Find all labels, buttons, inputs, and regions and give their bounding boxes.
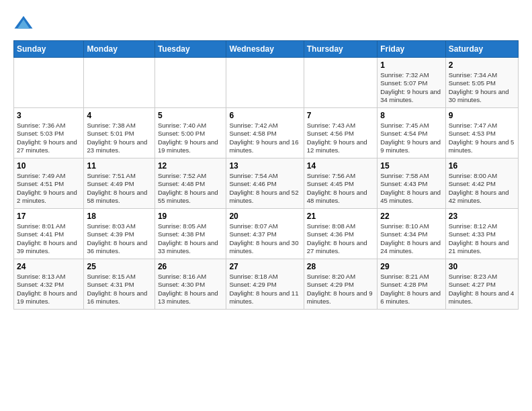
- day-number: 22: [380, 212, 442, 221]
- day-info: Sunrise: 7:40 AMSunset: 5:00 PMDaylight:…: [158, 122, 224, 154]
- day-number: 6: [229, 111, 300, 120]
- day-info: Sunrise: 8:01 AMSunset: 4:41 PMDaylight:…: [17, 222, 81, 255]
- day-cell: 26Sunrise: 8:16 AMSunset: 4:30 PMDayligh…: [154, 259, 226, 310]
- week-row-2: 3Sunrise: 7:36 AMSunset: 5:03 PMDaylight…: [14, 108, 519, 158]
- day-info: Sunrise: 8:20 AMSunset: 4:29 PMDaylight:…: [307, 273, 374, 306]
- day-number: 30: [449, 262, 515, 271]
- day-cell: 7Sunrise: 7:43 AMSunset: 4:56 PMDaylight…: [304, 108, 377, 158]
- day-info: Sunrise: 8:16 AMSunset: 4:30 PMDaylight:…: [158, 273, 224, 306]
- day-cell: 15Sunrise: 7:58 AMSunset: 4:43 PMDayligh…: [378, 158, 445, 209]
- day-cell: 8Sunrise: 7:45 AMSunset: 4:54 PMDaylight…: [378, 108, 445, 158]
- day-info: Sunrise: 7:54 AMSunset: 4:46 PMDaylight:…: [229, 172, 300, 205]
- calendar-header-row: SundayMondayTuesdayWednesdayThursdayFrid…: [14, 41, 519, 58]
- day-number: 2: [449, 60, 515, 70]
- day-cell: 14Sunrise: 7:56 AMSunset: 4:45 PMDayligh…: [304, 158, 377, 209]
- day-number: 19: [158, 212, 224, 221]
- logo: [13, 13, 36, 34]
- day-cell: 27Sunrise: 8:18 AMSunset: 4:29 PMDayligh…: [226, 259, 304, 310]
- header: [13, 13, 519, 34]
- page: SundayMondayTuesdayWednesdayThursdayFrid…: [0, 0, 532, 316]
- day-cell: [154, 58, 226, 108]
- day-info: Sunrise: 8:00 AMSunset: 4:42 PMDaylight:…: [449, 172, 515, 205]
- day-info: Sunrise: 7:49 AMSunset: 4:51 PMDaylight:…: [17, 172, 81, 205]
- day-info: Sunrise: 7:34 AMSunset: 5:05 PMDaylight:…: [449, 71, 515, 104]
- day-info: Sunrise: 7:47 AMSunset: 4:53 PMDaylight:…: [449, 122, 515, 154]
- day-info: Sunrise: 8:12 AMSunset: 4:33 PMDaylight:…: [449, 222, 515, 255]
- day-info: Sunrise: 8:21 AMSunset: 4:28 PMDaylight:…: [380, 273, 442, 306]
- day-number: 5: [158, 111, 224, 120]
- day-number: 26: [158, 262, 224, 271]
- day-info: Sunrise: 8:13 AMSunset: 4:32 PMDaylight:…: [17, 273, 81, 306]
- day-info: Sunrise: 7:45 AMSunset: 4:54 PMDaylight:…: [380, 122, 442, 154]
- day-info: Sunrise: 7:38 AMSunset: 5:01 PMDaylight:…: [87, 122, 151, 154]
- day-info: Sunrise: 7:32 AMSunset: 5:07 PMDaylight:…: [380, 71, 442, 104]
- day-number: 15: [380, 161, 442, 171]
- day-number: 25: [87, 262, 151, 271]
- header-friday: Friday: [378, 41, 445, 58]
- day-cell: 4Sunrise: 7:38 AMSunset: 5:01 PMDaylight…: [84, 108, 154, 158]
- header-sunday: Sunday: [14, 41, 84, 58]
- day-info: Sunrise: 7:36 AMSunset: 5:03 PMDaylight:…: [17, 122, 81, 154]
- day-cell: 19Sunrise: 8:05 AMSunset: 4:38 PMDayligh…: [154, 209, 226, 259]
- logo-icon: [13, 13, 34, 34]
- week-row-1: 1Sunrise: 7:32 AMSunset: 5:07 PMDaylight…: [14, 58, 519, 108]
- header-saturday: Saturday: [445, 41, 518, 58]
- day-info: Sunrise: 7:58 AMSunset: 4:43 PMDaylight:…: [380, 172, 442, 205]
- day-cell: 10Sunrise: 7:49 AMSunset: 4:51 PMDayligh…: [14, 158, 84, 209]
- day-number: 4: [87, 111, 151, 120]
- day-cell: [84, 58, 154, 108]
- day-number: 8: [380, 111, 442, 120]
- day-number: 7: [307, 111, 374, 120]
- day-cell: [226, 58, 304, 108]
- day-number: 17: [17, 212, 81, 221]
- day-info: Sunrise: 7:52 AMSunset: 4:48 PMDaylight:…: [158, 172, 224, 205]
- day-info: Sunrise: 8:07 AMSunset: 4:37 PMDaylight:…: [229, 222, 300, 255]
- day-cell: [304, 58, 377, 108]
- day-cell: 2Sunrise: 7:34 AMSunset: 5:05 PMDaylight…: [445, 58, 518, 108]
- calendar-table: SundayMondayTuesdayWednesdayThursdayFrid…: [13, 40, 519, 310]
- week-row-3: 10Sunrise: 7:49 AMSunset: 4:51 PMDayligh…: [14, 158, 519, 209]
- header-thursday: Thursday: [304, 41, 377, 58]
- day-number: 28: [307, 262, 374, 271]
- day-cell: 23Sunrise: 8:12 AMSunset: 4:33 PMDayligh…: [445, 209, 518, 259]
- header-wednesday: Wednesday: [226, 41, 304, 58]
- day-cell: 5Sunrise: 7:40 AMSunset: 5:00 PMDaylight…: [154, 108, 226, 158]
- day-cell: [14, 58, 84, 108]
- day-cell: 16Sunrise: 8:00 AMSunset: 4:42 PMDayligh…: [445, 158, 518, 209]
- day-cell: 9Sunrise: 7:47 AMSunset: 4:53 PMDaylight…: [445, 108, 518, 158]
- day-info: Sunrise: 7:56 AMSunset: 4:45 PMDaylight:…: [307, 172, 374, 205]
- day-info: Sunrise: 8:08 AMSunset: 4:36 PMDaylight:…: [307, 222, 374, 255]
- day-number: 27: [229, 262, 300, 271]
- day-number: 16: [449, 161, 515, 171]
- day-number: 3: [17, 111, 81, 120]
- day-info: Sunrise: 8:10 AMSunset: 4:34 PMDaylight:…: [380, 222, 442, 255]
- day-number: 24: [17, 262, 81, 271]
- day-info: Sunrise: 7:51 AMSunset: 4:49 PMDaylight:…: [87, 172, 151, 205]
- day-cell: 12Sunrise: 7:52 AMSunset: 4:48 PMDayligh…: [154, 158, 226, 209]
- day-info: Sunrise: 8:15 AMSunset: 4:31 PMDaylight:…: [87, 273, 151, 306]
- day-number: 10: [17, 161, 81, 171]
- day-cell: 30Sunrise: 8:23 AMSunset: 4:27 PMDayligh…: [445, 259, 518, 310]
- day-cell: 29Sunrise: 8:21 AMSunset: 4:28 PMDayligh…: [378, 259, 445, 310]
- day-info: Sunrise: 8:03 AMSunset: 4:39 PMDaylight:…: [87, 222, 151, 255]
- day-info: Sunrise: 8:05 AMSunset: 4:38 PMDaylight:…: [158, 222, 224, 255]
- day-number: 18: [87, 212, 151, 221]
- day-info: Sunrise: 8:18 AMSunset: 4:29 PMDaylight:…: [229, 273, 300, 306]
- day-cell: 21Sunrise: 8:08 AMSunset: 4:36 PMDayligh…: [304, 209, 377, 259]
- day-number: 9: [449, 111, 515, 120]
- day-info: Sunrise: 8:23 AMSunset: 4:27 PMDaylight:…: [449, 273, 515, 306]
- day-number: 12: [158, 161, 224, 171]
- day-info: Sunrise: 7:42 AMSunset: 4:58 PMDaylight:…: [229, 122, 300, 154]
- week-row-4: 17Sunrise: 8:01 AMSunset: 4:41 PMDayligh…: [14, 209, 519, 259]
- day-cell: 1Sunrise: 7:32 AMSunset: 5:07 PMDaylight…: [378, 58, 445, 108]
- day-number: 20: [229, 212, 300, 221]
- day-cell: 24Sunrise: 8:13 AMSunset: 4:32 PMDayligh…: [14, 259, 84, 310]
- day-number: 11: [87, 161, 151, 171]
- day-number: 23: [449, 212, 515, 221]
- header-monday: Monday: [84, 41, 154, 58]
- day-cell: 6Sunrise: 7:42 AMSunset: 4:58 PMDaylight…: [226, 108, 304, 158]
- day-info: Sunrise: 7:43 AMSunset: 4:56 PMDaylight:…: [307, 122, 374, 154]
- day-cell: 17Sunrise: 8:01 AMSunset: 4:41 PMDayligh…: [14, 209, 84, 259]
- day-cell: 18Sunrise: 8:03 AMSunset: 4:39 PMDayligh…: [84, 209, 154, 259]
- week-row-5: 24Sunrise: 8:13 AMSunset: 4:32 PMDayligh…: [14, 259, 519, 310]
